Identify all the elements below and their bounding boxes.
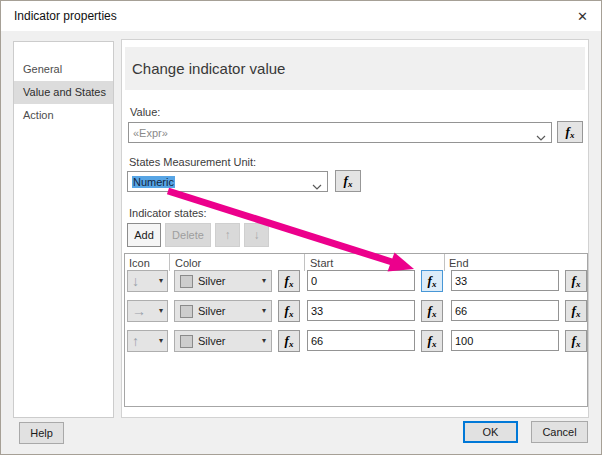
dropdown-caret-icon: ▾ [159,307,163,315]
add-button[interactable]: Add [127,223,161,247]
silver-color-swatch [180,305,193,318]
color-name: Silver [198,275,226,287]
color-fx-button[interactable]: fx [278,330,300,352]
chevron-down-icon [536,131,546,143]
silver-color-swatch [180,275,193,288]
end-fx-button[interactable]: fx [565,330,587,352]
delete-button[interactable]: Delete [165,223,211,247]
fx-icon: fx [566,125,575,140]
end-fx-button[interactable]: fx [565,300,587,322]
column-divider [304,254,305,271]
measurement-unit-label: States Measurement Unit: [129,156,256,168]
icon-dropdown[interactable]: ↑ ▾ [127,330,168,352]
sidebar-item-value-and-states[interactable]: Value and States [14,81,113,104]
fx-icon: fx [285,334,294,349]
main-panel: Change indicator value Value: «Expr» fx … [121,39,589,418]
sidebar: General Value and States Action [13,41,114,418]
measurement-unit-value: Numeric [132,176,175,188]
fx-icon: fx [285,304,294,319]
up-arrow-icon: ↑ [132,334,139,348]
fx-icon: fx [428,274,437,289]
column-header-end: End [449,257,469,269]
start-fx-button-highlighted[interactable]: fx [421,270,443,292]
end-value-input[interactable] [451,270,559,291]
measurement-unit-fx-button[interactable]: fx [335,170,361,192]
start-fx-button[interactable]: fx [421,330,443,352]
fx-icon: fx [428,304,437,319]
table-row: → ▾ Silver ▾ fx fx fx [125,300,587,322]
help-button[interactable]: Help [19,422,64,444]
move-down-button[interactable]: ↓ [244,223,269,247]
value-label: Value: [130,106,160,118]
column-header-color: Color [175,257,201,269]
start-fx-button[interactable]: fx [421,300,443,322]
color-dropdown[interactable]: Silver ▾ [174,330,272,352]
value-combobox[interactable]: «Expr» [128,122,552,143]
dialog-title: Indicator properties [14,9,117,23]
color-name: Silver [198,305,226,317]
title-bar: Indicator properties ✕ [1,1,601,31]
end-fx-button[interactable]: fx [565,270,587,292]
end-value-input[interactable] [451,300,559,321]
measurement-unit-combobox[interactable]: Numeric [127,171,328,192]
fx-icon: fx [428,334,437,349]
column-divider [169,254,170,271]
color-dropdown[interactable]: Silver ▾ [174,300,272,322]
fx-icon: fx [572,334,581,349]
color-name: Silver [198,335,226,347]
color-fx-button[interactable]: fx [278,270,300,292]
down-arrow-icon: ↓ [254,228,260,242]
dropdown-caret-icon: ▾ [159,337,163,345]
silver-color-swatch [180,335,193,348]
end-value-input[interactable] [451,330,559,351]
dropdown-caret-icon: ▾ [262,337,266,345]
color-dropdown[interactable]: Silver ▾ [174,270,272,292]
sidebar-item-action[interactable]: Action [14,104,113,127]
column-divider [444,254,445,271]
icon-dropdown[interactable]: ↓ ▾ [127,270,168,292]
dropdown-caret-icon: ▾ [262,307,266,315]
up-arrow-icon: ↑ [225,228,231,242]
page-title: Change indicator value [125,47,585,90]
fx-icon: fx [572,274,581,289]
start-value-input[interactable] [307,270,415,291]
move-up-button[interactable]: ↑ [215,223,240,247]
right-arrow-icon: → [132,304,146,318]
value-expression-text: «Expr» [133,127,168,139]
start-value-input[interactable] [307,330,415,351]
chevron-down-icon [312,180,322,192]
dropdown-caret-icon: ▾ [159,277,163,285]
fx-icon: fx [572,304,581,319]
dropdown-caret-icon: ▾ [262,277,266,285]
indicator-properties-dialog: Indicator properties ✕ General Value and… [0,0,602,455]
close-icon[interactable]: ✕ [572,6,593,27]
start-value-input[interactable] [307,300,415,321]
icon-dropdown[interactable]: → ▾ [127,300,168,322]
fx-icon: fx [344,174,353,189]
value-expression-fx-button[interactable]: fx [557,121,583,143]
down-arrow-icon: ↓ [132,274,139,288]
ok-button[interactable]: OK [463,421,518,443]
column-header-icon: Icon [129,257,150,269]
sidebar-item-general[interactable]: General [14,58,113,81]
color-fx-button[interactable]: fx [278,300,300,322]
cancel-button[interactable]: Cancel [531,421,588,443]
table-row: ↓ ▾ Silver ▾ fx fx fx [125,270,587,292]
indicator-states-table: Icon Color Start End ↓ ▾ Silver ▾ fx [124,253,588,407]
table-row: ↑ ▾ Silver ▾ fx fx fx [125,330,587,352]
column-header-start: Start [310,257,333,269]
fx-icon: fx [285,274,294,289]
indicator-states-label: Indicator states: [129,207,207,219]
